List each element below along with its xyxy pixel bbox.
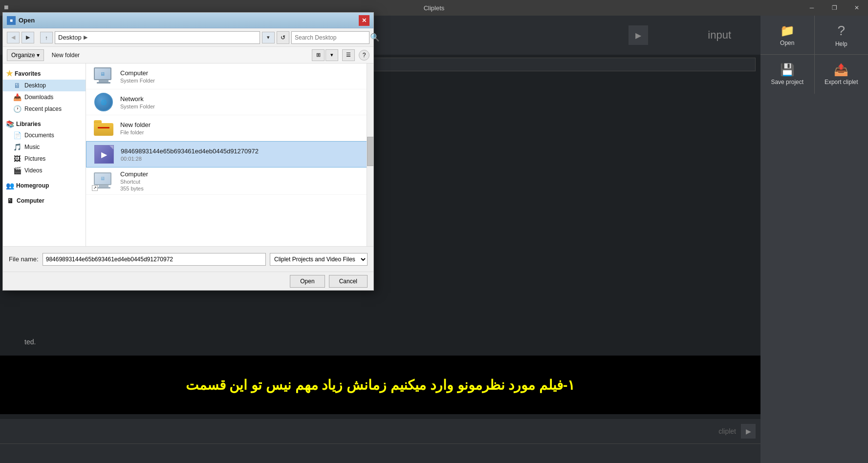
play-icon: ▶ bbox=[635, 31, 641, 40]
app-icon: ■ bbox=[4, 3, 14, 13]
computer-nav-header[interactable]: 🖥 Computer bbox=[3, 195, 86, 207]
dialog-open-button[interactable]: Open bbox=[290, 275, 325, 288]
favorites-header[interactable]: ★ Favorites bbox=[3, 67, 86, 80]
export-cliplet-button[interactable]: 📤 Export cliplet bbox=[815, 55, 868, 94]
restore-button[interactable]: ❐ bbox=[823, 0, 846, 16]
file-icon-network: 🌐 bbox=[92, 92, 115, 112]
file-list-scrollbar[interactable] bbox=[367, 63, 373, 246]
save-project-button[interactable]: 💾 Save project bbox=[760, 55, 815, 94]
file-item-network[interactable]: 🌐 Network System Folder bbox=[86, 89, 373, 115]
search-box[interactable]: 🔍 bbox=[291, 31, 369, 44]
minimize-button[interactable]: ─ bbox=[801, 0, 823, 16]
file-meta-computer-shortcut-size: 355 bytes bbox=[120, 186, 148, 191]
file-info-network: Network System Folder bbox=[120, 95, 155, 109]
file-item-computer-shortcut[interactable]: 🖥 ↗ Computer Shortcut 355 bytes bbox=[86, 168, 373, 195]
nav-item-music[interactable]: 🎵 Music bbox=[3, 141, 86, 153]
videos-nav-icon: 🎬 bbox=[13, 166, 22, 175]
persian-text-area: ۱-فیلم مورد نظرمونو وارد میکنیم زمانش زی… bbox=[0, 356, 760, 414]
dialog-actions-bar: Organize ▾ New folder ⊞ ▾ ☰ ? bbox=[3, 47, 373, 63]
title-bar-controls: ─ ❐ ✕ bbox=[801, 0, 868, 16]
search-icon: 🔍 bbox=[370, 33, 380, 42]
file-item-computer[interactable]: 🖥 Computer System Folder bbox=[86, 63, 373, 89]
view-button-3[interactable]: ☰ bbox=[342, 49, 355, 61]
file-item-video[interactable]: 98469893144e65b693461ed4eb0445d91270972 … bbox=[86, 141, 373, 168]
nav-downloads-label: Downloads bbox=[24, 94, 53, 101]
dialog-help-button[interactable]: ? bbox=[359, 50, 369, 61]
play-icon-small: ▶ bbox=[746, 427, 751, 435]
computer-screen-icon: 🖥 bbox=[100, 71, 105, 77]
dialog-close-button[interactable]: ✕ bbox=[359, 15, 369, 26]
view-button-1[interactable]: ⊞ bbox=[312, 49, 325, 61]
dialog-filename-bar: File name: Cliplet Projects and Video Fi… bbox=[3, 246, 373, 272]
nav-item-pictures[interactable]: 🖼 Pictures bbox=[3, 153, 86, 165]
help-label: Help bbox=[835, 41, 847, 47]
forward-button[interactable]: ▶ bbox=[22, 32, 34, 43]
dropdown-arrow-button[interactable]: ▾ bbox=[262, 32, 275, 43]
music-nav-icon: 🎵 bbox=[13, 143, 22, 151]
toolbar-row-2: 💾 Save project 📤 Export cliplet bbox=[760, 55, 868, 94]
dialog-btn-row: Open Cancel bbox=[3, 272, 373, 290]
very-bottom-strip bbox=[0, 443, 760, 463]
breadcrumb-bar[interactable]: Desktop ▶ bbox=[55, 31, 260, 44]
file-icon-computer-shortcut: 🖥 ↗ bbox=[92, 171, 115, 191]
right-panel-lower bbox=[760, 94, 868, 463]
back-button[interactable]: ◀ bbox=[7, 32, 20, 43]
search-input[interactable] bbox=[295, 34, 368, 41]
nav-pictures-label: Pictures bbox=[24, 155, 45, 162]
nav-item-documents[interactable]: 📄 Documents bbox=[3, 129, 86, 141]
up-button[interactable]: ↑ bbox=[40, 32, 53, 43]
organize-arrow-icon: ▾ bbox=[37, 52, 40, 59]
nav-pane: ★ Favorites 🖥 Desktop 📥 Downloads 🕐 Rece… bbox=[3, 63, 86, 246]
save-project-label: Save project bbox=[771, 79, 803, 85]
nav-item-desktop[interactable]: 🖥 Desktop bbox=[3, 80, 86, 91]
input-play-button[interactable]: ▶ bbox=[629, 25, 648, 45]
file-list-scroll: 🖥 Computer System Folder 🌐 bbox=[86, 63, 373, 195]
globe-icon: 🌐 bbox=[94, 93, 113, 111]
dialog-icon-symbol: ■ bbox=[10, 18, 13, 23]
new-folder-button[interactable]: New folder bbox=[48, 49, 84, 61]
file-meta-computer: System Folder bbox=[120, 78, 155, 84]
right-toolbar: 📁 Open ? Help 💾 Save project 📤 Export cl… bbox=[760, 16, 868, 94]
export-cliplet-label: Export cliplet bbox=[825, 79, 858, 85]
file-name-computer-shortcut: Computer bbox=[120, 170, 148, 178]
persian-text: ۱-فیلم مورد نظرمونو وارد میکنیم زمانش زی… bbox=[186, 377, 575, 393]
close-button[interactable]: ✕ bbox=[846, 0, 868, 16]
filetype-select[interactable]: Cliplet Projects and Video Files bbox=[270, 253, 368, 266]
organize-button[interactable]: Organize ▾ bbox=[7, 49, 44, 61]
shortcut-badge: ↗ bbox=[92, 185, 98, 191]
breadcrumb-location: Desktop bbox=[58, 34, 82, 41]
homegroup-label: Homegroup bbox=[16, 182, 49, 189]
scrollbar-thumb[interactable] bbox=[367, 137, 373, 166]
help-button[interactable]: ? Help bbox=[815, 16, 868, 54]
nav-item-downloads[interactable]: 📥 Downloads bbox=[3, 91, 86, 103]
computer-nav-label: Computer bbox=[17, 197, 44, 204]
open-icon: 📁 bbox=[780, 24, 795, 38]
libraries-header[interactable]: 📚 Libraries bbox=[3, 119, 86, 129]
dialog-cancel-button[interactable]: Cancel bbox=[329, 275, 368, 288]
file-meta-new-folder: File folder bbox=[120, 129, 151, 135]
file-item-new-folder[interactable]: New folder File folder bbox=[86, 115, 373, 141]
nav-item-videos[interactable]: 🎬 Videos bbox=[3, 165, 86, 176]
computer-shortcut-screen-icon: 🖥 bbox=[100, 176, 105, 181]
documents-nav-icon: 📄 bbox=[13, 131, 22, 140]
homegroup-section: 👥 Homegroup bbox=[3, 178, 86, 193]
open-button[interactable]: 📁 Open bbox=[760, 16, 815, 54]
ted-text: ted. bbox=[24, 338, 36, 346]
file-name-network: Network bbox=[120, 95, 155, 103]
dialog-title: Open bbox=[19, 17, 359, 24]
nav-item-recent-places[interactable]: 🕐 Recent places bbox=[3, 103, 86, 115]
app-title: Cliplets bbox=[424, 4, 445, 12]
nav-documents-label: Documents bbox=[24, 132, 54, 139]
cliplet-play-button[interactable]: ▶ bbox=[741, 424, 756, 439]
file-icon-computer: 🖥 bbox=[92, 66, 115, 86]
nav-videos-label: Videos bbox=[24, 167, 42, 174]
dialog-titlebar: ■ Open ✕ bbox=[3, 13, 373, 28]
libraries-section: 📚 Libraries 📄 Documents 🎵 Music 🖼 Pictur… bbox=[3, 117, 86, 178]
homegroup-header[interactable]: 👥 Homegroup bbox=[3, 180, 86, 191]
refresh-button[interactable]: ↺ bbox=[277, 31, 289, 44]
view-button-2[interactable]: ▾ bbox=[326, 49, 338, 61]
filename-input[interactable] bbox=[43, 253, 266, 266]
export-icon: 📤 bbox=[834, 63, 848, 77]
file-meta-computer-shortcut-type: Shortcut bbox=[120, 179, 148, 185]
pictures-nav-icon: 🖼 bbox=[13, 154, 22, 163]
